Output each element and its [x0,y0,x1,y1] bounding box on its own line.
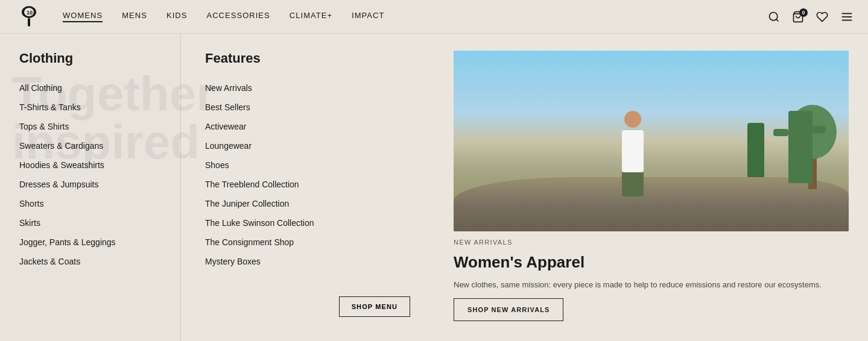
search-button[interactable] [768,11,780,23]
list-item: Sweaters & Cardigans [19,136,162,155]
heart-icon [816,11,828,23]
clothing-list: All Clothing T-Shirts & Tanks Tops & Shi… [19,78,162,271]
feature-shoes[interactable]: Shoes [205,160,229,170]
dropdown-menu: Togetherinspired Clothing All Clothing T… [0,34,868,341]
clothing-skirts[interactable]: Skirts [19,218,40,228]
list-item: Shorts [19,194,162,213]
editorial-label: NEW ARRIVALS [454,239,849,246]
clothing-joggers[interactable]: Jogger, Pants & Leggings [19,237,116,247]
list-item: Jackets & Coats [19,252,162,271]
list-item: Hoodies & Sweatshirts [19,155,162,175]
feature-juniper[interactable]: The Juniper Collection [205,199,289,208]
person-figure [612,111,654,195]
feature-best-sellers[interactable]: Best Sellers [205,102,250,112]
cart-count: 0 [799,8,808,17]
figure-head [624,111,641,128]
list-item: Dresses & Jumpsuits [19,175,162,194]
features-heading: Features [205,51,410,66]
list-item: New Arrivals [205,78,410,98]
clothing-shorts[interactable]: Shorts [19,199,43,208]
editorial-description: New clothes, same mission: every piece i… [454,279,849,291]
shop-menu-button[interactable]: SHOP MENU [339,296,410,317]
nav-mens[interactable]: MENS [122,11,147,22]
clothing-hoodies[interactable]: Hoodies & Sweatshirts [19,160,104,170]
clothing-heading: Clothing [19,51,162,66]
search-icon [768,11,780,23]
list-item: All Clothing [19,78,162,98]
list-item: The Treeblend Collection [205,175,410,194]
feature-mystery-boxes[interactable]: Mystery Boxes [205,257,261,266]
clothing-tshirts[interactable]: T-Shirts & Tanks [19,102,81,112]
figure-legs [622,172,644,196]
menu-button[interactable] [840,11,854,23]
clothing-dresses[interactable]: Dresses & Jumpsuits [19,180,98,189]
svg-rect-3 [28,18,30,27]
clothing-sweaters[interactable]: Sweaters & Cardigans [19,141,103,151]
features-column: Features New Arrivals Best Sellers Activ… [181,34,434,341]
feature-loungewear[interactable]: Loungewear [205,141,252,151]
navigation: 10 WOMENS MENS KIDS ACCESSORIES CLIMATE+… [0,0,868,34]
list-item: Loungewear [205,136,410,155]
list-item: The Luke Swinson Collection [205,213,410,233]
list-item: Mystery Boxes [205,252,410,271]
shop-new-arrivals-button[interactable]: SHOP NEW ARRIVALS [454,298,563,321]
list-item: Skirts [19,213,162,233]
list-item: Jogger, Pants & Leggings [19,233,162,252]
clothing-all[interactable]: All Clothing [19,83,62,93]
feature-treeblend[interactable]: The Treeblend Collection [205,180,299,189]
editorial-column: NEW ARRIVALS Women's Apparel New clothes… [434,34,868,341]
editorial-title: Women's Apparel [454,253,849,272]
list-item: The Juniper Collection [205,194,410,213]
nav-kids[interactable]: KIDS [166,11,188,22]
svg-line-5 [776,19,779,21]
clothing-column: Togetherinspired Clothing All Clothing T… [0,34,181,341]
list-item: Tops & Shirts [19,117,162,136]
list-item: The Consignment Shop [205,233,410,252]
wishlist-button[interactable] [816,11,828,23]
nav-links: WOMENS MENS KIDS ACCESSORIES CLIMATE+ IM… [63,11,768,22]
feature-consignment[interactable]: The Consignment Shop [205,237,294,247]
nav-icon-group: 0 [768,11,854,23]
clothing-jackets[interactable]: Jackets & Coats [19,257,80,266]
feature-luke-swinson[interactable]: The Luke Swinson Collection [205,218,314,228]
list-item: Activewear [205,117,410,136]
feature-activewear[interactable]: Activewear [205,122,246,131]
nav-climate[interactable]: CLIMATE+ [290,11,332,22]
nav-impact[interactable]: IMPACT [352,11,384,22]
svg-point-4 [770,12,778,20]
cactus-1-decoration [788,111,813,183]
clothing-tops[interactable]: Tops & Shirts [19,122,69,131]
nav-womens[interactable]: WOMENS [63,11,103,22]
list-item: T-Shirts & Tanks [19,98,162,117]
features-list: New Arrivals Best Sellers Activewear Lou… [205,78,410,271]
nav-accessories[interactable]: ACCESSORIES [206,11,270,22]
figure-body [622,130,644,172]
cactus-2-decoration [747,123,764,177]
feature-new-arrivals[interactable]: New Arrivals [205,83,252,93]
logo[interactable]: 10 [14,6,43,28]
svg-text:10: 10 [27,10,33,16]
list-item: Shoes [205,155,410,175]
hamburger-icon [840,11,854,23]
cart-button[interactable]: 0 [792,11,804,23]
editorial-image [454,51,849,231]
list-item: Best Sellers [205,98,410,117]
